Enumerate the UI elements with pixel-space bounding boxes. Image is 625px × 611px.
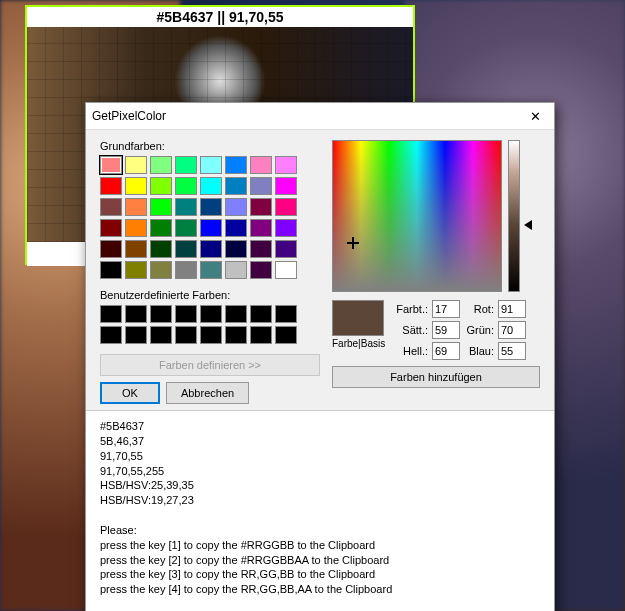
basic-swatch[interactable] [175, 177, 197, 195]
custom-swatch[interactable] [100, 326, 122, 344]
custom-swatch[interactable] [175, 326, 197, 344]
basic-swatch[interactable] [175, 156, 197, 174]
basic-colors-label: Grundfarben: [100, 140, 320, 152]
basic-swatch[interactable] [200, 240, 222, 258]
custom-swatch[interactable] [275, 305, 297, 323]
basic-swatch[interactable] [150, 198, 172, 216]
basic-swatch[interactable] [200, 156, 222, 174]
color-spectrum[interactable] [332, 140, 502, 292]
info-key3: press the key [3] to copy the RR,GG,BB t… [100, 567, 540, 582]
info-hsv2: HSB/HSV:19,27,23 [100, 493, 540, 508]
custom-swatch[interactable] [150, 326, 172, 344]
basic-swatch[interactable] [225, 177, 247, 195]
basic-swatch[interactable] [150, 156, 172, 174]
custom-swatch[interactable] [225, 326, 247, 344]
basic-swatch[interactable] [100, 261, 122, 279]
custom-swatch[interactable] [125, 305, 147, 323]
basic-swatch[interactable] [175, 198, 197, 216]
green-label: Grün: [464, 324, 494, 336]
basic-swatch[interactable] [100, 240, 122, 258]
titlebar[interactable]: GetPixelColor ✕ [86, 103, 554, 130]
custom-colors-grid [100, 305, 320, 344]
info-rgb: 91,70,55 [100, 449, 540, 464]
basic-swatch[interactable] [125, 198, 147, 216]
basic-swatch[interactable] [100, 219, 122, 237]
basic-swatch[interactable] [225, 156, 247, 174]
basic-swatch[interactable] [200, 177, 222, 195]
basic-swatch[interactable] [225, 219, 247, 237]
custom-swatch[interactable] [200, 326, 222, 344]
luminance-arrow-icon [524, 220, 532, 230]
basic-colors-grid [100, 156, 320, 279]
custom-swatch[interactable] [125, 326, 147, 344]
info-hex-sep: 5B,46,37 [100, 434, 540, 449]
basic-swatch[interactable] [100, 156, 122, 174]
basic-swatch[interactable] [125, 261, 147, 279]
info-key4: press the key [4] to copy the RR,GG,BB,A… [100, 582, 540, 597]
lum-label: Hell.: [392, 345, 428, 357]
hue-input[interactable] [432, 300, 460, 318]
crosshair-icon [347, 237, 359, 249]
custom-swatch[interactable] [175, 305, 197, 323]
red-input[interactable] [498, 300, 526, 318]
basic-swatch[interactable] [225, 240, 247, 258]
color-preview [332, 300, 384, 336]
info-rgba: 91,70,55,255 [100, 464, 540, 479]
blue-input[interactable] [498, 342, 526, 360]
basic-swatch[interactable] [100, 177, 122, 195]
basic-swatch[interactable] [125, 177, 147, 195]
basic-swatch[interactable] [200, 261, 222, 279]
custom-swatch[interactable] [200, 305, 222, 323]
basic-swatch[interactable] [125, 240, 147, 258]
basic-swatch[interactable] [125, 156, 147, 174]
basic-swatch[interactable] [275, 177, 297, 195]
basic-swatch[interactable] [225, 198, 247, 216]
cancel-button[interactable]: Abbrechen [166, 382, 249, 404]
basic-swatch[interactable] [250, 156, 272, 174]
basic-swatch[interactable] [275, 198, 297, 216]
info-please: Please: [100, 523, 540, 538]
basic-swatch[interactable] [175, 240, 197, 258]
basic-swatch[interactable] [250, 219, 272, 237]
lum-input[interactable] [432, 342, 460, 360]
add-colors-button[interactable]: Farben hinzufügen [332, 366, 540, 388]
custom-swatch[interactable] [225, 305, 247, 323]
basic-swatch[interactable] [175, 219, 197, 237]
basic-swatch[interactable] [150, 240, 172, 258]
basic-swatch[interactable] [275, 156, 297, 174]
basic-swatch[interactable] [275, 261, 297, 279]
basic-swatch[interactable] [150, 261, 172, 279]
hue-label: Farbt.: [392, 303, 428, 315]
custom-swatch[interactable] [150, 305, 172, 323]
define-colors-button[interactable]: Farben definieren >> [100, 354, 320, 376]
close-button[interactable]: ✕ [522, 106, 548, 126]
luminance-slider[interactable] [508, 140, 520, 292]
custom-swatch[interactable] [100, 305, 122, 323]
ok-button[interactable]: OK [100, 382, 160, 404]
basic-swatch[interactable] [100, 198, 122, 216]
dialog-title: GetPixelColor [92, 109, 166, 123]
color-dialog: GetPixelColor ✕ Grundfarben: Benutzerdef… [85, 102, 555, 611]
custom-swatch[interactable] [250, 305, 272, 323]
basic-swatch[interactable] [225, 261, 247, 279]
custom-swatch[interactable] [275, 326, 297, 344]
sat-input[interactable] [432, 321, 460, 339]
basic-swatch[interactable] [175, 261, 197, 279]
basic-swatch[interactable] [200, 198, 222, 216]
basic-swatch[interactable] [275, 219, 297, 237]
basic-swatch[interactable] [125, 219, 147, 237]
basic-swatch[interactable] [200, 219, 222, 237]
basic-swatch[interactable] [250, 240, 272, 258]
custom-swatch[interactable] [250, 326, 272, 344]
basic-swatch[interactable] [275, 240, 297, 258]
magnifier-title: #5B4637 || 91,70,55 [27, 7, 413, 27]
basic-swatch[interactable] [250, 198, 272, 216]
basic-swatch[interactable] [250, 261, 272, 279]
red-label: Rot: [464, 303, 494, 315]
basic-swatch[interactable] [150, 219, 172, 237]
basic-swatch[interactable] [250, 177, 272, 195]
info-hsv1: HSB/HSV:25,39,35 [100, 478, 540, 493]
preview-label: Farbe|Basis [332, 338, 384, 349]
green-input[interactable] [498, 321, 526, 339]
basic-swatch[interactable] [150, 177, 172, 195]
